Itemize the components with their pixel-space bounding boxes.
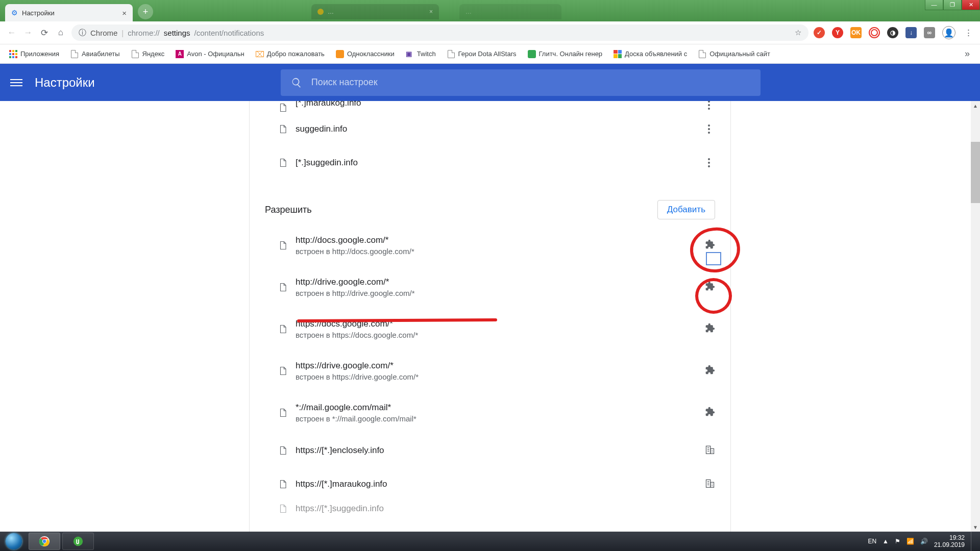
file-icon [278, 503, 287, 514]
nav-forward-button[interactable]: → [22, 27, 34, 38]
address-bar[interactable]: ⓘ Chrome | chrome://settings/content/not… [71, 24, 808, 41]
toolbar: ← → ⟳ ⌂ ⓘ Chrome | chrome://settings/con… [0, 21, 980, 44]
site-row[interactable]: [*.]maraukog.info [250, 101, 730, 112]
tray-date: 21.09.2019 [934, 541, 965, 548]
site-row[interactable]: https://[*.]enclosely.info [250, 434, 730, 467]
bookmark-label: Приложения [20, 50, 59, 58]
bookmark-item[interactable]: Доска объявлений с [609, 48, 691, 60]
settings-title: Настройки [35, 76, 95, 90]
new-tab-button[interactable]: + [138, 4, 153, 19]
row-indicator[interactable] [705, 365, 715, 377]
tray-flag-icon[interactable]: ⚑ [895, 538, 900, 545]
svg-rect-8 [710, 482, 714, 487]
svg-rect-1 [710, 448, 714, 454]
nav-home-button[interactable]: ⌂ [55, 27, 66, 38]
extension-icon[interactable]: Y [832, 27, 843, 38]
extension-icon[interactable]: ↓ [905, 27, 917, 38]
bookmark-item[interactable]: Авиабилеты [66, 48, 124, 60]
tray-volume-icon[interactable]: 🔊 [920, 538, 928, 545]
row-indicator[interactable] [705, 444, 715, 457]
add-button[interactable]: Добавить [657, 200, 715, 219]
extension-icon[interactable]: ✓ [814, 27, 825, 38]
bookmark-item[interactable]: Глитч. Онлайн генер [524, 48, 607, 60]
profile-avatar[interactable]: 👤 [942, 26, 955, 39]
site-row[interactable]: [*.]suggedin.info [250, 146, 730, 180]
bookmark-item[interactable]: Приложения [5, 48, 63, 60]
star-icon[interactable]: ☆ [795, 28, 801, 37]
bookmark-item[interactable]: Яндекс [127, 48, 169, 60]
tray-chevron-icon[interactable]: ▲ [883, 538, 889, 545]
site-url: https://[*.]enclosely.info [296, 445, 384, 456]
site-row[interactable]: https://[*.]suggedin.info [250, 501, 730, 516]
scroll-up-icon[interactable]: ▲ [971, 101, 980, 110]
start-button[interactable] [0, 532, 28, 551]
row-indicator[interactable] [705, 478, 715, 490]
building-icon [705, 478, 715, 488]
extension-icon[interactable]: OK [850, 27, 862, 38]
window-close[interactable]: ✕ [962, 0, 980, 10]
bookmark-item[interactable]: Герои Dota AllStars [443, 48, 521, 60]
taskbar-app-utorrent[interactable] [62, 533, 94, 550]
bookmark-item[interactable]: ▣Twitch [402, 48, 440, 60]
bookmark-item[interactable]: Одноклассники [332, 48, 399, 60]
settings-search-input[interactable]: Поиск настроек [281, 69, 761, 96]
scrollbar[interactable]: ▲ ▼ [971, 101, 980, 532]
utorrent-icon [72, 536, 84, 547]
tray-clock[interactable]: 19:32 21.09.2019 [934, 534, 965, 548]
site-url: http://drive.google.com/* [296, 277, 415, 287]
row-indicator[interactable] [705, 281, 715, 293]
bookmark-item[interactable]: Официальный сайт [694, 48, 774, 60]
bookmark-icon [336, 50, 344, 58]
site-row[interactable]: https://[*.]maraukog.info [250, 467, 730, 501]
site-row[interactable]: https://docs.google.com/*встроен в https… [250, 308, 730, 350]
nav-reload-button[interactable]: ⟳ [39, 27, 50, 38]
site-url: http://docs.google.com/* [296, 235, 414, 245]
site-info-icon[interactable]: ⓘ [79, 28, 86, 38]
site-row[interactable]: http://docs.google.com/*встроен в http:/… [250, 224, 730, 266]
bookmark-label: Доска объявлений с [625, 50, 687, 58]
bookmark-label: Авиабилеты [82, 50, 119, 58]
bookmark-item[interactable]: AAvon - Официальн [172, 48, 249, 60]
window-maximize[interactable]: ❐ [943, 0, 962, 10]
background-tab[interactable]: …× [311, 4, 439, 19]
tab-strip: — ❐ ✕ ⚙ Настройки × + …× … [0, 0, 980, 21]
tray-network-icon[interactable]: 📶 [906, 538, 914, 545]
browser-tab-active[interactable]: ⚙ Настройки × [5, 4, 133, 21]
row-indicator[interactable] [705, 323, 715, 335]
puzzle-icon [705, 239, 715, 249]
site-row[interactable]: https://drive.google.com/*встроен в http… [250, 350, 730, 392]
puzzle-icon [705, 323, 715, 333]
site-url: https://[*.]suggedin.info [296, 504, 384, 514]
row-menu-button[interactable] [703, 123, 715, 135]
taskbar-app-chrome[interactable] [29, 533, 60, 550]
settings-header: Настройки Поиск настроек [0, 64, 980, 101]
bookmark-item[interactable]: Добро пожаловать [252, 48, 329, 60]
nav-back-button[interactable]: ← [6, 27, 17, 38]
tab-close-icon[interactable]: × [122, 9, 127, 17]
row-menu-button[interactable] [703, 157, 715, 169]
tray-language[interactable]: EN [868, 538, 876, 545]
extension-icon[interactable]: ◑ [887, 27, 898, 38]
show-desktop-button[interactable] [971, 532, 976, 551]
file-icon [278, 445, 287, 456]
file-icon [278, 240, 287, 251]
scroll-down-icon[interactable]: ▼ [971, 522, 980, 532]
row-menu-button[interactable] [703, 101, 715, 111]
extension-icon[interactable] [869, 27, 880, 38]
window-minimize[interactable]: — [925, 0, 943, 10]
site-row[interactable]: *://mail.google.com/mail*встроен в *://m… [250, 392, 730, 434]
svg-rect-0 [706, 446, 710, 454]
background-tab[interactable]: … [459, 4, 561, 19]
row-indicator[interactable] [705, 239, 715, 252]
site-row[interactable]: suggedin.info [250, 112, 730, 146]
hamburger-menu-button[interactable] [10, 79, 22, 86]
bookmarks-overflow[interactable]: » [960, 48, 975, 59]
row-indicator[interactable] [705, 407, 715, 419]
extension-icon[interactable]: ∞ [924, 27, 935, 38]
site-row[interactable]: http://drive.google.com/*встроен в http:… [250, 266, 730, 308]
svg-rect-7 [706, 480, 710, 487]
chrome-menu-button[interactable]: ⋮ [963, 27, 974, 38]
scroll-thumb[interactable] [971, 142, 980, 203]
gear-icon: ⚙ [11, 9, 18, 17]
windows-taskbar: EN ▲ ⚑ 📶 🔊 19:32 21.09.2019 [0, 532, 980, 551]
